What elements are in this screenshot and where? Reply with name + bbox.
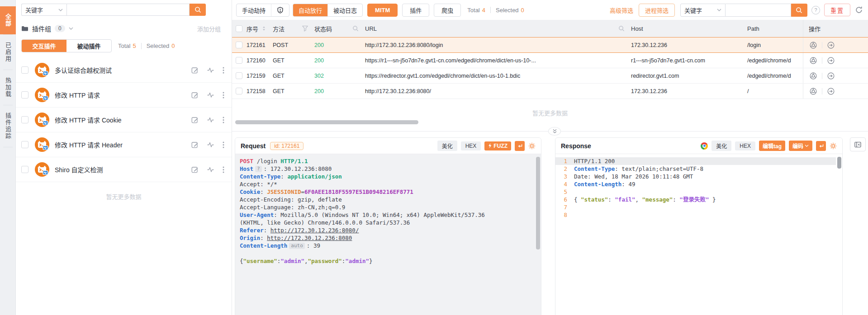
pulse-icon[interactable] <box>206 92 215 98</box>
refresh-icon[interactable] <box>855 6 863 14</box>
plugin-keyword-select[interactable]: 关键字 <box>21 4 66 16</box>
pulse-icon[interactable] <box>206 67 215 73</box>
table-row[interactable]: 172158 GET 200 http://172.30.12.236:8080… <box>232 84 868 99</box>
editor-line: Accept-Encoding: gzip, deflate <box>240 196 535 203</box>
plugin-checkbox[interactable] <box>21 166 28 173</box>
reset-button[interactable]: 重置 <box>824 4 850 16</box>
plugin-search-input[interactable] <box>66 4 190 16</box>
open-in-browser-icon[interactable] <box>810 88 817 95</box>
plugin-search-button[interactable] <box>190 4 206 16</box>
editor-line: (KHTML, like Gecko) Chrome/146.0.0.0 Saf… <box>240 219 535 226</box>
request-editor[interactable]: POST /login HTTP/1.1Host?: 172.30.12.236… <box>235 154 541 315</box>
auto-pass-button[interactable]: 自动放行 <box>293 4 327 16</box>
gear-icon[interactable] <box>830 142 837 150</box>
arrow-right-circle-icon[interactable] <box>827 88 835 95</box>
plugin-list-item[interactable]: 修改 HTTP 请求 Header <box>16 132 232 157</box>
hex-button[interactable]: HEX <box>735 141 755 150</box>
rail-tab-plugin-trace[interactable]: 插件追踪 <box>0 105 16 147</box>
beautify-button[interactable]: 美化 <box>437 141 457 151</box>
request-scrollbar[interactable] <box>536 157 540 249</box>
collapse-right-panel-button[interactable] <box>850 137 866 151</box>
editor-line: User-Agent: Mozilla/5.0 (Windows NT 10.0… <box>240 211 535 219</box>
rail-tab-all[interactable]: 全部 <box>0 6 16 34</box>
traffic-keyword-select[interactable]: 关键字 <box>680 4 726 17</box>
plugin-checkbox[interactable] <box>21 66 28 74</box>
encode-button[interactable]: 编码 <box>789 141 812 151</box>
col-header-method[interactable]: 方法 <box>272 20 313 37</box>
pulse-icon[interactable] <box>206 117 215 123</box>
plugin-list-item[interactable]: 修改 HTTP 请求 Cookie <box>16 108 232 132</box>
pulse-icon[interactable] <box>206 166 215 173</box>
table-row[interactable]: 172159 GET 302 https://redirector.gvt1.c… <box>232 68 868 84</box>
hex-button[interactable]: HEX <box>461 141 481 150</box>
more-menu-icon[interactable] <box>223 92 224 99</box>
plugin-checkbox[interactable] <box>21 91 28 99</box>
rail-tab-hotload[interactable]: 热加载 <box>0 70 16 105</box>
response-scrollbar[interactable] <box>837 157 841 169</box>
beautify-button[interactable]: 美化 <box>711 141 731 151</box>
response-editor[interactable]: 1HTTP/1.1 2002Content-Type: text/plain;c… <box>555 154 842 315</box>
edit-icon[interactable] <box>191 116 199 123</box>
more-menu-icon[interactable] <box>223 141 224 148</box>
filter-icon[interactable] <box>302 25 308 32</box>
row-checkbox[interactable] <box>236 88 242 94</box>
edit-icon[interactable] <box>191 66 199 74</box>
arrow-right-circle-icon[interactable] <box>827 57 835 64</box>
edit-icon[interactable] <box>191 166 199 173</box>
plugin-list-item[interactable]: 多认证综合越权测试 <box>16 58 232 83</box>
plugin-button[interactable]: 插件 <box>402 4 429 17</box>
open-in-browser-icon[interactable] <box>810 72 817 80</box>
pulse-icon[interactable] <box>206 141 215 148</box>
passive-log-button[interactable]: 被动日志 <box>327 4 362 16</box>
plugin-list-item[interactable]: Shiro 自定义检测 <box>16 157 232 182</box>
table-row[interactable]: 172160 GET 200 https://r1---sn-j5o7dn7e.… <box>232 53 868 68</box>
fuzz-button[interactable]: FUZZ <box>484 141 511 150</box>
traffic-search-input[interactable] <box>726 4 791 17</box>
mitm-button[interactable]: MITM <box>367 4 398 17</box>
process-filter-button[interactable]: 进程筛选 <box>639 4 675 17</box>
tab-passive-plugins[interactable]: 被动插件 <box>66 40 111 52</box>
more-menu-icon[interactable] <box>223 166 224 173</box>
more-menu-icon[interactable] <box>223 117 224 123</box>
more-menu-icon[interactable] <box>223 67 224 74</box>
add-group-button[interactable]: 添加分组 <box>197 24 221 33</box>
open-in-browser-icon[interactable] <box>810 42 817 49</box>
search-icon[interactable] <box>618 25 625 32</box>
request-panel: Request id: 172161 美化 HEX FUZZ <box>235 137 541 315</box>
help-icon[interactable]: ? <box>811 6 820 14</box>
chevron-down-icon[interactable] <box>69 27 73 30</box>
col-header-seq[interactable]: 序号 <box>246 20 272 37</box>
hijack-shield-button[interactable] <box>271 4 289 16</box>
row-checkbox[interactable] <box>236 72 242 79</box>
traffic-search-button[interactable] <box>791 4 807 17</box>
manual-hijack-button[interactable]: 手动劫持 <box>237 4 271 16</box>
search-icon[interactable] <box>352 25 359 32</box>
plugin-checkbox[interactable] <box>21 116 28 123</box>
row-checkbox[interactable] <box>236 57 242 64</box>
plugin-checkbox[interactable] <box>21 141 28 148</box>
newline-button[interactable] <box>515 141 525 151</box>
open-in-browser-icon[interactable] <box>810 57 817 64</box>
chrome-icon[interactable] <box>701 142 708 150</box>
col-header-status[interactable]: 状态码 <box>313 20 364 37</box>
table-row[interactable]: 172161 POST 200 http://172.30.12.236:808… <box>232 37 868 53</box>
row-checkbox[interactable] <box>236 42 242 48</box>
sort-icon[interactable] <box>261 26 266 31</box>
arrow-right-circle-icon[interactable] <box>827 42 835 49</box>
col-header-url[interactable]: URL <box>364 20 630 37</box>
gear-icon[interactable] <box>528 142 536 150</box>
crawler-button[interactable]: 爬虫 <box>434 4 461 17</box>
horizontal-scrollbar[interactable] <box>235 120 418 124</box>
edit-tag-button[interactable]: 编辑tag <box>759 141 785 151</box>
select-all-checkbox[interactable] <box>236 25 242 32</box>
tab-interactive-plugins[interactable]: 交互插件 <box>22 40 66 52</box>
plugin-list-item[interactable]: 修改 HTTP 请求 <box>16 83 232 108</box>
edit-icon[interactable] <box>191 91 199 99</box>
edit-icon[interactable] <box>191 141 199 148</box>
col-header-path[interactable]: Path <box>746 20 803 37</box>
newline-button[interactable] <box>816 141 826 151</box>
col-header-host[interactable]: Host <box>630 20 746 37</box>
advanced-filter-button[interactable]: 高级筛选 <box>610 6 633 14</box>
rail-tab-enabled[interactable]: 已启用 <box>0 35 16 70</box>
arrow-right-circle-icon[interactable] <box>827 72 835 80</box>
